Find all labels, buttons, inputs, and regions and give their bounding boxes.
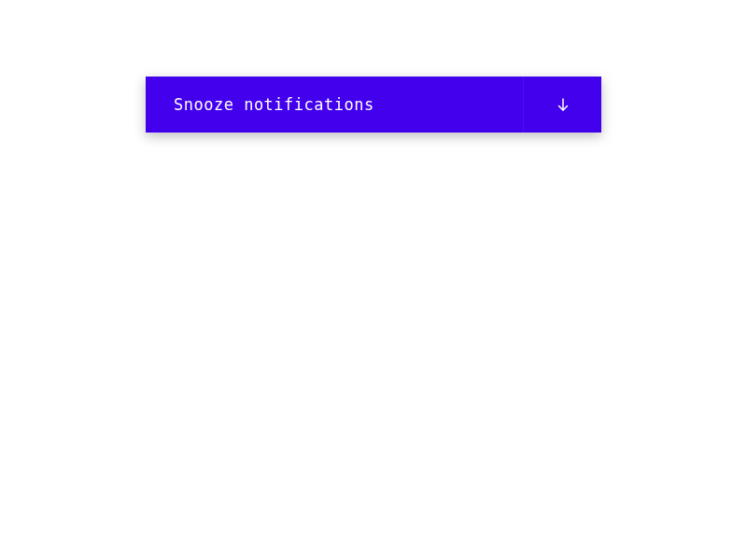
dropdown-main-area[interactable]: Snooze notifications: [146, 77, 523, 133]
snooze-dropdown[interactable]: Snooze notifications: [146, 77, 601, 133]
dropdown-toggle[interactable]: [523, 77, 601, 133]
dropdown-label: Snooze notifications: [174, 95, 374, 114]
arrow-down-icon: [555, 96, 571, 113]
